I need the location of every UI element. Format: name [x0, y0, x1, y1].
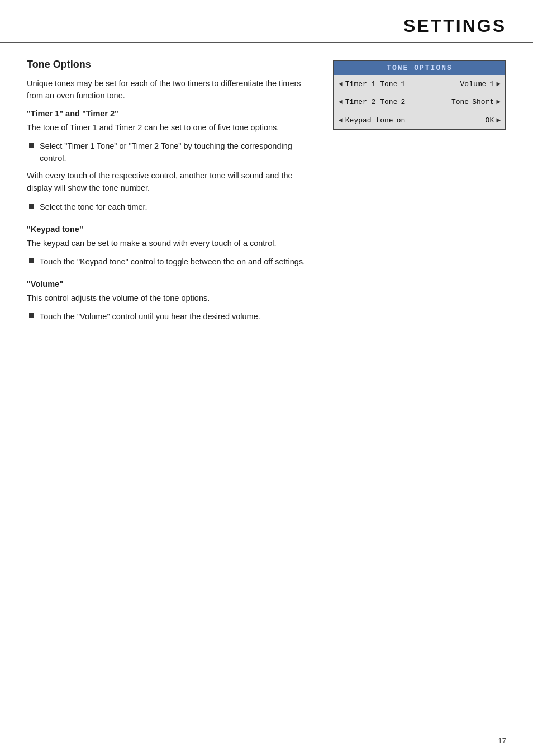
- tone-row-right-3: OK ►: [482, 116, 501, 125]
- bullet-icon: [29, 313, 34, 318]
- keypad-bullet-1: Touch the "Keypad tone" control to toggl…: [40, 256, 305, 268]
- list-item: Select the tone for each timer.: [29, 201, 311, 214]
- tone-row-right-2: Tone Short ►: [451, 98, 501, 106]
- tone-label-3: Keypad tone: [345, 116, 393, 125]
- keypad-subsection: "Keypad tone" The keypad can be set to m…: [27, 225, 311, 268]
- tone-right-value-3: OK: [486, 116, 494, 125]
- timer-extra-text: With every touch of the respective contr…: [27, 169, 311, 195]
- page-header: SETTINGS: [0, 0, 533, 43]
- tone-right-label-1: Volume: [460, 80, 487, 88]
- tone-row-left-3: ◄ Keypad tone on: [339, 116, 405, 125]
- timer-extra-bullet-1: Select the tone for each timer.: [40, 201, 147, 214]
- left-column: Tone Options Unique tones may be set for…: [27, 59, 311, 334]
- tone-options-display: TONE OPTIONS ◄ Timer 1 Tone 1 Volume 1 ►…: [333, 60, 506, 130]
- timer-subsection-title: "Timer 1" and "Timer 2": [27, 109, 311, 118]
- tone-value-1: 1: [401, 80, 405, 88]
- volume-subsection-title: "Volume": [27, 280, 311, 289]
- tone-right-value-2: Short: [472, 98, 494, 106]
- left-arrow-icon-1: ◄: [339, 80, 343, 88]
- left-arrow-icon-3: ◄: [339, 116, 343, 125]
- bullet-icon: [29, 204, 34, 209]
- tone-row-left-1: ◄ Timer 1 Tone 1: [339, 80, 405, 88]
- bullet-icon: [29, 258, 34, 263]
- page-number: 17: [498, 736, 506, 745]
- timer-subsection-body: The tone of Timer 1 and Timer 2 can be s…: [27, 121, 311, 134]
- tone-right-value-1: 1: [489, 80, 494, 88]
- tone-display-row-2: ◄ Timer 2 Tone 2 Tone Short ►: [334, 93, 505, 111]
- main-content: Tone Options Unique tones may be set for…: [0, 43, 533, 350]
- right-arrow-icon-3: ►: [496, 116, 501, 125]
- right-arrow-icon-2: ►: [496, 98, 501, 106]
- keypad-subsection-title: "Keypad tone": [27, 225, 311, 234]
- keypad-subsection-body: The keypad can be set to make a sound wi…: [27, 237, 311, 249]
- volume-bullet-1: Touch the "Volume" control until you hea…: [40, 311, 260, 323]
- bullet-icon: [29, 143, 34, 148]
- volume-subsection-body: This control adjusts the volume of the t…: [27, 292, 311, 304]
- tone-row-left-2: ◄ Timer 2 Tone 2: [339, 98, 405, 106]
- tone-display-row-3: ◄ Keypad tone on OK ►: [334, 111, 505, 129]
- page-title: SETTINGS: [403, 16, 506, 36]
- tone-right-label-2: Tone: [451, 98, 469, 106]
- left-arrow-icon-2: ◄: [339, 98, 343, 106]
- timer-bullet-1: Select "Timer 1 Tone" or "Timer 2 Tone" …: [40, 140, 311, 165]
- timer-subsection: "Timer 1" and "Timer 2" The tone of Time…: [27, 109, 311, 214]
- tone-value-3: on: [397, 116, 406, 125]
- right-column: TONE OPTIONS ◄ Timer 1 Tone 1 Volume 1 ►…: [333, 59, 506, 334]
- tone-label-2: Timer 2 Tone: [345, 98, 398, 106]
- tone-label-1: Timer 1 Tone: [345, 80, 398, 88]
- intro-text: Unique tones may be set for each of the …: [27, 77, 311, 102]
- section-title: Tone Options: [27, 59, 311, 70]
- tone-display-row-1: ◄ Timer 1 Tone 1 Volume 1 ►: [334, 75, 505, 93]
- list-item: Select "Timer 1 Tone" or "Timer 2 Tone" …: [29, 140, 311, 165]
- right-arrow-icon-1: ►: [496, 80, 501, 88]
- list-item: Touch the "Keypad tone" control to toggl…: [29, 256, 311, 268]
- list-item: Touch the "Volume" control until you hea…: [29, 311, 311, 323]
- tone-display-header: TONE OPTIONS: [334, 61, 505, 75]
- tone-value-2: 2: [401, 98, 405, 106]
- tone-row-right-1: Volume 1 ►: [460, 80, 501, 88]
- volume-subsection: "Volume" This control adjusts the volume…: [27, 280, 311, 323]
